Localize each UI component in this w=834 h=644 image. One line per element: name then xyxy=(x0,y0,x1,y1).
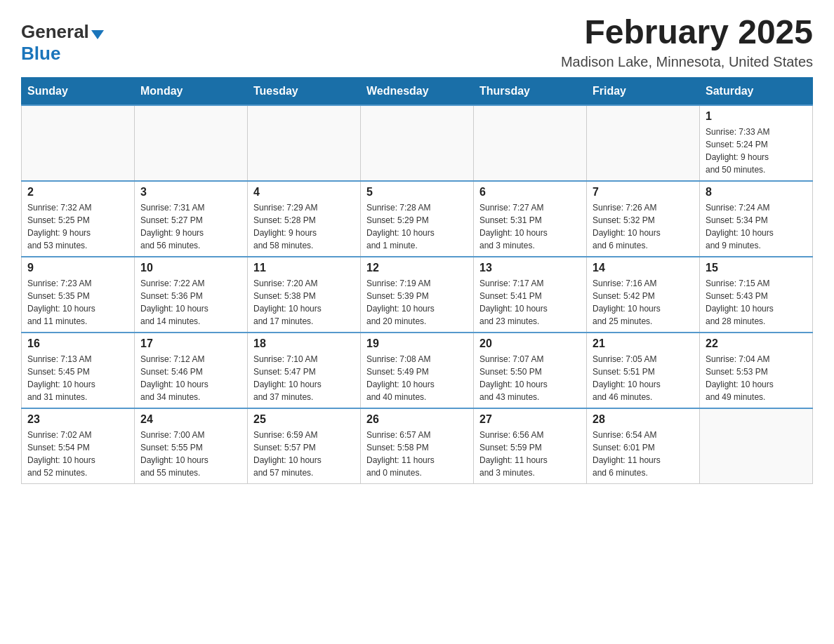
calendar-cell: 15Sunrise: 7:15 AM Sunset: 5:43 PM Dayli… xyxy=(700,257,813,333)
calendar-cell: 16Sunrise: 7:13 AM Sunset: 5:45 PM Dayli… xyxy=(22,333,135,408)
week-row-2: 2Sunrise: 7:32 AM Sunset: 5:25 PM Daylig… xyxy=(22,181,813,257)
day-info: Sunrise: 7:22 AM Sunset: 5:36 PM Dayligh… xyxy=(140,277,241,328)
day-info: Sunrise: 7:26 AM Sunset: 5:32 PM Dayligh… xyxy=(593,201,694,252)
day-info: Sunrise: 7:29 AM Sunset: 5:28 PM Dayligh… xyxy=(253,201,355,252)
day-info: Sunrise: 7:33 AM Sunset: 5:24 PM Dayligh… xyxy=(706,126,807,176)
calendar-cell: 6Sunrise: 7:27 AM Sunset: 5:31 PM Daylig… xyxy=(474,181,587,257)
day-number: 17 xyxy=(140,337,241,350)
day-info: Sunrise: 7:24 AM Sunset: 5:34 PM Dayligh… xyxy=(706,201,807,252)
calendar-cell: 2Sunrise: 7:32 AM Sunset: 5:25 PM Daylig… xyxy=(22,181,135,257)
day-number: 1 xyxy=(706,110,807,123)
calendar-cell: 13Sunrise: 7:17 AM Sunset: 5:41 PM Dayli… xyxy=(474,257,587,333)
day-info: Sunrise: 7:05 AM Sunset: 5:51 PM Dayligh… xyxy=(593,353,694,403)
calendar-cell: 10Sunrise: 7:22 AM Sunset: 5:36 PM Dayli… xyxy=(135,257,248,333)
calendar-cell: 7Sunrise: 7:26 AM Sunset: 5:32 PM Daylig… xyxy=(587,181,700,257)
calendar-cell: 8Sunrise: 7:24 AM Sunset: 5:34 PM Daylig… xyxy=(700,181,813,257)
day-number: 8 xyxy=(706,186,807,199)
weekday-header-row: SundayMondayTuesdayWednesdayThursdayFrid… xyxy=(22,77,813,105)
calendar-cell: 12Sunrise: 7:19 AM Sunset: 5:39 PM Dayli… xyxy=(361,257,474,333)
day-number: 18 xyxy=(253,337,355,350)
logo-general-text: General xyxy=(21,21,89,43)
calendar-cell: 14Sunrise: 7:16 AM Sunset: 5:42 PM Dayli… xyxy=(587,257,700,333)
day-number: 19 xyxy=(366,337,468,350)
weekday-header-wednesday: Wednesday xyxy=(361,77,474,105)
calendar-cell: 25Sunrise: 6:59 AM Sunset: 5:57 PM Dayli… xyxy=(248,408,361,484)
day-info: Sunrise: 7:23 AM Sunset: 5:35 PM Dayligh… xyxy=(27,277,128,328)
header: General Blue February 2025 Madison Lake,… xyxy=(21,14,813,70)
day-info: Sunrise: 7:27 AM Sunset: 5:31 PM Dayligh… xyxy=(479,201,581,252)
day-number: 5 xyxy=(366,186,468,199)
day-info: Sunrise: 7:19 AM Sunset: 5:39 PM Dayligh… xyxy=(366,277,468,328)
weekday-header-saturday: Saturday xyxy=(700,77,813,105)
calendar-cell: 21Sunrise: 7:05 AM Sunset: 5:51 PM Dayli… xyxy=(587,333,700,408)
day-number: 10 xyxy=(140,262,241,274)
calendar-cell xyxy=(700,408,813,484)
calendar-cell: 4Sunrise: 7:29 AM Sunset: 5:28 PM Daylig… xyxy=(248,181,361,257)
week-row-1: 1Sunrise: 7:33 AM Sunset: 5:24 PM Daylig… xyxy=(22,105,813,181)
day-info: Sunrise: 7:15 AM Sunset: 5:43 PM Dayligh… xyxy=(706,277,807,328)
day-info: Sunrise: 7:17 AM Sunset: 5:41 PM Dayligh… xyxy=(479,277,581,328)
day-number: 4 xyxy=(253,186,355,199)
weekday-header-monday: Monday xyxy=(135,77,248,105)
calendar-cell: 26Sunrise: 6:57 AM Sunset: 5:58 PM Dayli… xyxy=(361,408,474,484)
day-number: 9 xyxy=(27,262,128,274)
day-number: 23 xyxy=(27,413,128,426)
calendar-cell xyxy=(474,105,587,181)
month-title: February 2025 xyxy=(561,14,813,51)
day-info: Sunrise: 7:04 AM Sunset: 5:53 PM Dayligh… xyxy=(706,353,807,403)
day-info: Sunrise: 7:13 AM Sunset: 5:45 PM Dayligh… xyxy=(27,353,128,403)
day-info: Sunrise: 7:28 AM Sunset: 5:29 PM Dayligh… xyxy=(366,201,468,252)
calendar-cell: 1Sunrise: 7:33 AM Sunset: 5:24 PM Daylig… xyxy=(700,105,813,181)
week-row-3: 9Sunrise: 7:23 AM Sunset: 5:35 PM Daylig… xyxy=(22,257,813,333)
calendar-cell xyxy=(361,105,474,181)
calendar-cell: 22Sunrise: 7:04 AM Sunset: 5:53 PM Dayli… xyxy=(700,333,813,408)
day-number: 3 xyxy=(140,186,241,199)
calendar-cell xyxy=(248,105,361,181)
logo: General Blue xyxy=(21,21,104,65)
calendar-cell: 23Sunrise: 7:02 AM Sunset: 5:54 PM Dayli… xyxy=(22,408,135,484)
day-info: Sunrise: 7:12 AM Sunset: 5:46 PM Dayligh… xyxy=(140,353,241,403)
day-number: 25 xyxy=(253,413,355,426)
calendar-cell: 11Sunrise: 7:20 AM Sunset: 5:38 PM Dayli… xyxy=(248,257,361,333)
calendar-cell xyxy=(135,105,248,181)
weekday-header-tuesday: Tuesday xyxy=(248,77,361,105)
day-info: Sunrise: 7:16 AM Sunset: 5:42 PM Dayligh… xyxy=(593,277,694,328)
weekday-header-friday: Friday xyxy=(587,77,700,105)
day-info: Sunrise: 7:20 AM Sunset: 5:38 PM Dayligh… xyxy=(253,277,355,328)
calendar-cell xyxy=(22,105,135,181)
day-number: 16 xyxy=(27,337,128,350)
day-number: 11 xyxy=(253,262,355,274)
calendar-cell: 28Sunrise: 6:54 AM Sunset: 6:01 PM Dayli… xyxy=(587,408,700,484)
day-number: 15 xyxy=(706,262,807,274)
calendar-cell: 18Sunrise: 7:10 AM Sunset: 5:47 PM Dayli… xyxy=(248,333,361,408)
day-info: Sunrise: 7:00 AM Sunset: 5:55 PM Dayligh… xyxy=(140,429,241,479)
logo-blue-text: Blue xyxy=(21,43,60,64)
week-row-5: 23Sunrise: 7:02 AM Sunset: 5:54 PM Dayli… xyxy=(22,408,813,484)
day-number: 27 xyxy=(479,413,581,426)
calendar-cell: 17Sunrise: 7:12 AM Sunset: 5:46 PM Dayli… xyxy=(135,333,248,408)
location-title: Madison Lake, Minnesota, United States xyxy=(561,54,813,70)
day-info: Sunrise: 7:32 AM Sunset: 5:25 PM Dayligh… xyxy=(27,201,128,252)
day-info: Sunrise: 6:59 AM Sunset: 5:57 PM Dayligh… xyxy=(253,429,355,479)
day-number: 6 xyxy=(479,186,581,199)
calendar-cell: 19Sunrise: 7:08 AM Sunset: 5:49 PM Dayli… xyxy=(361,333,474,408)
day-number: 7 xyxy=(593,186,694,199)
day-number: 21 xyxy=(593,337,694,350)
week-row-4: 16Sunrise: 7:13 AM Sunset: 5:45 PM Dayli… xyxy=(22,333,813,408)
calendar-cell: 9Sunrise: 7:23 AM Sunset: 5:35 PM Daylig… xyxy=(22,257,135,333)
day-number: 13 xyxy=(479,262,581,274)
day-info: Sunrise: 7:02 AM Sunset: 5:54 PM Dayligh… xyxy=(27,429,128,479)
logo-triangle-icon xyxy=(91,30,104,39)
day-info: Sunrise: 7:08 AM Sunset: 5:49 PM Dayligh… xyxy=(366,353,468,403)
day-info: Sunrise: 7:10 AM Sunset: 5:47 PM Dayligh… xyxy=(253,353,355,403)
weekday-header-sunday: Sunday xyxy=(22,77,135,105)
calendar: SundayMondayTuesdayWednesdayThursdayFrid… xyxy=(21,77,813,484)
weekday-header-thursday: Thursday xyxy=(474,77,587,105)
calendar-cell: 3Sunrise: 7:31 AM Sunset: 5:27 PM Daylig… xyxy=(135,181,248,257)
day-info: Sunrise: 6:54 AM Sunset: 6:01 PM Dayligh… xyxy=(593,429,694,479)
day-info: Sunrise: 6:57 AM Sunset: 5:58 PM Dayligh… xyxy=(366,429,468,479)
title-area: February 2025 Madison Lake, Minnesota, U… xyxy=(561,14,813,70)
day-info: Sunrise: 6:56 AM Sunset: 5:59 PM Dayligh… xyxy=(479,429,581,479)
day-info: Sunrise: 7:07 AM Sunset: 5:50 PM Dayligh… xyxy=(479,353,581,403)
day-number: 12 xyxy=(366,262,468,274)
